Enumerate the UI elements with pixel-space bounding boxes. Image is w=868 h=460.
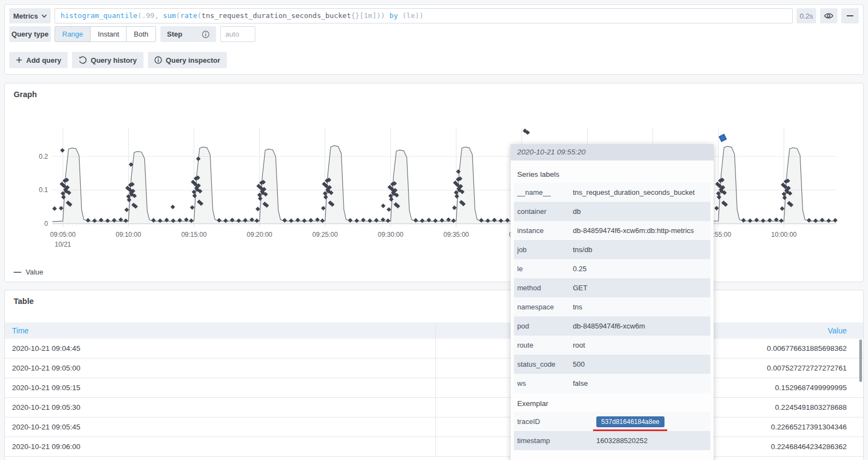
tooltip-row: namespacetns xyxy=(514,297,710,316)
y-tick-label: 0.1 xyxy=(39,186,48,194)
tooltip-row: wsfalse xyxy=(514,374,710,393)
tooltip-row-label: traceID xyxy=(514,412,593,431)
tooltip-row-value: db xyxy=(570,202,710,221)
x-tick-label: 09:20:00 xyxy=(247,231,272,238)
query-options-row: Query type Range Instant Both Step xyxy=(5,26,863,42)
step-label: Step xyxy=(160,26,216,42)
table-header-time[interactable]: Time xyxy=(5,326,435,335)
cell-time: 2020-10-21 09:05:30 xyxy=(5,398,435,417)
query-preview-button[interactable] xyxy=(820,8,837,23)
query-type-group: Range Instant Both xyxy=(55,26,156,42)
x-tick-label: 09:30:00 xyxy=(378,231,404,238)
query-exec-time-badge: 0.2s xyxy=(797,8,816,23)
query-token: (le)) xyxy=(402,11,423,20)
exemplar-table: traceID537d81646184a8eetimestamp16032885… xyxy=(514,412,710,450)
tooltip-row-label: instance xyxy=(514,221,570,240)
series-labels-heading: Series labels xyxy=(517,170,710,178)
tooltip-row: containerdb xyxy=(514,202,710,221)
tooltip-row: status_code500 xyxy=(514,355,710,374)
datasource-picker-button[interactable]: Metrics xyxy=(9,8,51,23)
time-series-chart[interactable]: 09:05:0010/2109:10:0009:15:0009:20:0009:… xyxy=(5,83,863,282)
cell-value: 0.007527272727272761 xyxy=(705,359,863,378)
tooltip-timestamp: 2020-10-21 09:55:20 xyxy=(511,144,714,160)
query-token: rate xyxy=(180,11,197,20)
tooltip-row-value: db-84859474f6-xcw6m xyxy=(570,316,710,336)
tooltip-row-value: false xyxy=(570,374,710,393)
datasource-label: Metrics xyxy=(13,12,38,20)
series-labels-table: __name__tns_request_duration_seconds_buc… xyxy=(514,183,710,393)
legend[interactable]: Value xyxy=(14,268,43,276)
tooltip-row: poddb-84859474f6-xcw6m xyxy=(514,316,710,336)
cell-value: 0.22665217391304346 xyxy=(705,417,863,437)
highlighted-exemplar-point[interactable] xyxy=(718,133,728,143)
y-tick-label: 0 xyxy=(44,220,48,228)
query-type-instant[interactable]: Instant xyxy=(90,27,126,41)
query-input[interactable]: histogram_quantile(.99, sum(rate(tns_req… xyxy=(55,8,793,23)
query-type-range[interactable]: Range xyxy=(55,27,90,41)
query-row: Metrics histogram_quantile(.99, sum(rate… xyxy=(5,8,863,23)
x-tick-label: 10:00:00 xyxy=(771,231,797,238)
tooltip-row-value: tns xyxy=(570,297,710,316)
query-inspector-button[interactable]: Query inspector xyxy=(148,52,227,68)
x-tick-label: 09:35:00 xyxy=(444,231,469,238)
table-row: 2020-10-21 09:06:000.22468464234286362 xyxy=(5,437,863,457)
x-tick-label: 09:15:00 xyxy=(181,231,207,238)
tooltip-row-label: namespace xyxy=(514,297,570,316)
x-tick-label: 09:10:00 xyxy=(116,231,141,238)
table-row: 2020-10-21 09:05:150.1529687499999995 xyxy=(5,378,863,398)
tooltip-row-value: 0.25 xyxy=(570,259,710,278)
cell-time: 2020-10-21 09:04:45 xyxy=(5,339,435,358)
tooltip-row-value: db-84859474f6-xcw6m:db:http-metrics xyxy=(570,221,710,240)
exemplar-tooltip: 2020-10-21 09:55:20 Series labels __name… xyxy=(511,144,714,460)
table-header-row: Time Value xyxy=(5,322,863,339)
plus-icon xyxy=(16,57,22,63)
query-token: ( xyxy=(176,11,180,20)
table-panel: Table Time Value 2020-10-21 09:04:450.00… xyxy=(4,290,864,460)
table-scrollbar[interactable] xyxy=(859,339,862,382)
info-circle-icon xyxy=(154,56,162,64)
chevron-down-icon xyxy=(41,14,47,18)
collapse-query-button[interactable] xyxy=(841,8,859,23)
tooltip-row: jobtns/db xyxy=(514,240,710,259)
tooltip-row-label: status_code xyxy=(514,355,570,374)
cell-value: 0.22468464234286362 xyxy=(705,437,863,456)
x-tick-label: 09:25:00 xyxy=(312,231,338,238)
minus-icon xyxy=(847,15,853,16)
tooltip-row-value: root xyxy=(570,336,710,355)
add-query-button[interactable]: Add query xyxy=(9,52,68,68)
table-panel-title: Table xyxy=(14,297,34,306)
tooltip-row-label: ws xyxy=(514,374,570,393)
query-type-both[interactable]: Both xyxy=(126,27,155,41)
graph-panel: Graph 09:05:0010/2109:10:0009:15:0009:20… xyxy=(4,83,864,282)
query-token: )) xyxy=(376,11,385,20)
query-token: histogram_quantile xyxy=(61,11,137,20)
tooltip-row-value: GET xyxy=(570,278,710,297)
tooltip-row-value: tns_request_duration_seconds_bucket xyxy=(570,183,710,202)
query-history-button[interactable]: Query history xyxy=(72,52,143,68)
query-toolbar-row: Add query Query history Query inspector xyxy=(5,52,863,68)
step-input[interactable] xyxy=(220,26,255,42)
table-row: 2020-10-21 09:04:450.006776631885698362 xyxy=(5,339,863,359)
cell-value: 0.1529687499999995 xyxy=(705,378,863,397)
table-row: 2020-10-21 09:05:450.22665217391304346 xyxy=(5,417,863,437)
trace-id-badge[interactable]: 537d81646184a8ee xyxy=(596,416,665,427)
trace-id-underline xyxy=(593,429,667,431)
cell-time: 2020-10-21 09:05:15 xyxy=(5,378,435,397)
table-header-value[interactable]: Value xyxy=(705,322,863,339)
query-editor-panel: Metrics histogram_quantile(.99, sum(rate… xyxy=(4,4,864,75)
query-token: tns_request_duration_seconds_bucket xyxy=(201,11,351,20)
tooltip-row: le0.25 xyxy=(514,259,710,278)
query-type-label: Query type xyxy=(9,26,51,42)
tooltip-row: instancedb-84859474f6-xcw6m:db:http-metr… xyxy=(514,221,710,240)
tooltip-row-label: timestamp xyxy=(514,431,593,450)
tooltip-row-value: tns/db xyxy=(570,240,710,259)
legend-series-swatch xyxy=(14,272,21,273)
tooltip-row: routeroot xyxy=(514,336,710,355)
tooltip-row-label: pod xyxy=(514,316,570,336)
info-icon xyxy=(202,31,209,38)
cell-time: 2020-10-21 09:05:45 xyxy=(5,417,435,437)
y-tick-label: 0.2 xyxy=(39,153,48,160)
tooltip-row: __name__tns_request_duration_seconds_buc… xyxy=(514,183,710,202)
query-token: by xyxy=(385,11,402,20)
tooltip-row: traceID537d81646184a8ee xyxy=(514,412,710,431)
